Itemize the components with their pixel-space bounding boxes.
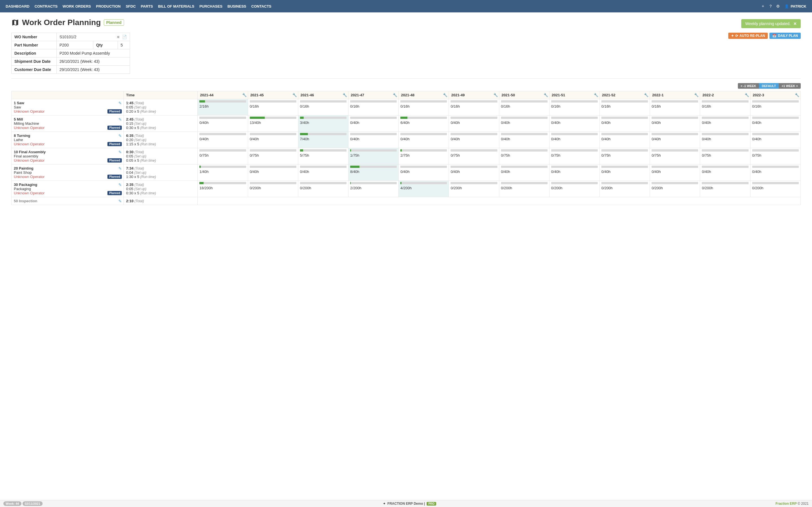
op-operator-link[interactable]: Unknown Operator [14,109,122,114]
load-cell[interactable]: 0/75h [549,148,599,165]
load-cell[interactable]: 0/75h [198,148,248,165]
load-cell[interactable]: 7/40h [298,132,348,148]
load-cell[interactable]: 0/16h [499,99,549,115]
load-cell[interactable]: 13/40h [248,115,298,132]
load-cell[interactable]: 0/40h [750,132,801,148]
help-icon[interactable]: ? [769,4,772,8]
load-cell[interactable]: 0/16h [399,99,449,115]
load-cell[interactable]: 4/200h [399,181,449,197]
load-cell[interactable]: 0/40h [499,132,549,148]
load-cell[interactable]: 0/200h [750,181,801,197]
load-cell[interactable]: 2/75h [399,148,449,165]
load-cell[interactable]: 0/40h [549,165,599,181]
load-cell[interactable]: 1/75h [349,148,399,165]
nav-item-sfdc[interactable]: SFDC [126,4,136,8]
gear-icon[interactable]: ⚙ [776,4,780,8]
wrench-icon[interactable]: 🔧 [745,93,749,97]
load-cell[interactable]: 0/40h [650,115,700,132]
load-cell[interactable]: 0/75h [700,148,750,165]
prev-week-button[interactable]: < -1 WEEK [738,83,759,89]
load-cell[interactable]: 0/16h [600,99,650,115]
load-cell[interactable]: 0/16h [248,99,298,115]
load-cell[interactable]: 0/40h [248,165,298,181]
edit-icon[interactable]: ✎ [118,182,122,187]
load-cell[interactable]: 0/40h [750,115,801,132]
wrench-icon[interactable]: 🔧 [292,93,297,97]
load-cell[interactable]: 0/40h [449,132,499,148]
load-cell[interactable]: 0/40h [700,132,750,148]
load-cell[interactable]: 0/40h [700,115,750,132]
load-cell[interactable]: 0/75h [750,148,801,165]
load-cell[interactable]: 8/40h [349,165,399,181]
op-operator-link[interactable]: Unknown Operator [14,142,122,146]
plus-icon[interactable]: ＋ [761,4,765,9]
load-cell[interactable]: 0/40h [600,132,650,148]
op-operator-link[interactable]: Unknown Operator [14,175,122,179]
load-cell[interactable]: 0/40h [750,165,801,181]
edit-icon[interactable]: ✎ [118,166,122,171]
edit-icon[interactable]: ✎ [118,117,122,122]
load-cell[interactable]: 0/40h [600,165,650,181]
load-cell[interactable]: 0/16h [298,99,348,115]
wrench-icon[interactable]: 🔧 [242,93,247,97]
load-cell[interactable]: 0/40h [399,132,449,148]
load-cell[interactable]: 5/75h [298,148,348,165]
wrench-icon[interactable]: 🔧 [544,93,548,97]
wrench-icon[interactable]: 🔧 [393,93,397,97]
edit-icon[interactable]: ✎ [118,101,122,105]
load-cell[interactable]: 0/40h [600,115,650,132]
op-operator-link[interactable]: Unknown Operator [14,158,122,163]
load-cell[interactable]: 0/200h [499,181,549,197]
load-cell[interactable]: 0/75h [600,148,650,165]
op-operator-link[interactable]: Unknown Operator [14,126,122,130]
load-cell[interactable]: 0/40h [549,132,599,148]
load-cell[interactable]: 0/40h [198,132,248,148]
file-icon[interactable]: 📄 [122,35,127,39]
nav-item-production[interactable]: PRODUCTION [96,4,121,8]
load-cell[interactable]: 0/40h [449,115,499,132]
nav-item-bill-of-materials[interactable]: BILL OF MATERIALS [158,4,194,8]
wrench-icon[interactable]: 🔧 [694,93,699,97]
load-cell[interactable]: 2/16h [198,99,248,115]
nav-item-parts[interactable]: PARTS [141,4,153,8]
load-cell[interactable]: 0/200h [600,181,650,197]
load-cell[interactable]: 6/40h [399,115,449,132]
load-cell[interactable]: 0/200h [700,181,750,197]
load-cell[interactable]: 0/40h [549,115,599,132]
load-cell[interactable]: 0/200h [298,181,348,197]
wrench-icon[interactable]: 🔧 [644,93,649,97]
edit-icon[interactable]: ✎ [118,133,122,138]
shuffle-icon[interactable]: ⤭ [116,35,120,39]
nav-item-business[interactable]: BUSINESS [227,4,246,8]
load-cell[interactable]: 1/40h [198,165,248,181]
load-cell[interactable]: 0/40h [650,132,700,148]
load-cell[interactable]: 0/40h [198,115,248,132]
next-week-button[interactable]: +1 WEEK > [779,83,801,89]
load-cell[interactable]: 0/40h [700,165,750,181]
load-cell[interactable]: 0/200h [449,181,499,197]
load-cell[interactable]: 0/16h [700,99,750,115]
nav-item-purchases[interactable]: PURCHASES [199,4,222,8]
load-cell[interactable]: 0/40h [499,115,549,132]
auto-replan-button[interactable]: ✦⟳AUTO RE-PLAN [728,33,768,39]
wrench-icon[interactable]: 🔧 [343,93,347,97]
load-cell[interactable]: 0/40h [449,165,499,181]
load-cell[interactable]: 0/16h [449,99,499,115]
load-cell[interactable]: 0/40h [499,165,549,181]
load-cell[interactable]: 0/200h [549,181,599,197]
nav-item-dashboard[interactable]: DASHBOARD [6,4,30,8]
load-cell[interactable]: 18/200h [198,181,248,197]
load-cell[interactable]: 0/40h [349,132,399,148]
edit-icon[interactable]: ✎ [118,199,122,203]
user-menu[interactable]: 👤 PATRICK [784,4,806,8]
nav-item-contacts[interactable]: CONTACTS [251,4,271,8]
op-operator-link[interactable]: Unknown Operator [14,191,122,195]
load-cell[interactable]: 0/75h [650,148,700,165]
load-cell[interactable]: 0/40h [298,165,348,181]
edit-icon[interactable]: ✎ [118,150,122,154]
load-cell[interactable]: 0/16h [549,99,599,115]
load-cell[interactable]: 0/75h [248,148,298,165]
load-cell[interactable]: 0/75h [449,148,499,165]
wrench-icon[interactable]: 🔧 [795,93,799,97]
wrench-icon[interactable]: 🔧 [594,93,598,97]
